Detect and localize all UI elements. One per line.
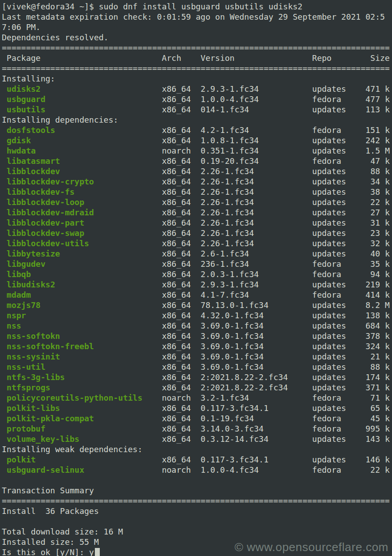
dependencies-resolved-line: Dependencies resolved. bbox=[2, 32, 392, 43]
row-indent bbox=[2, 177, 7, 186]
package-name: libqb bbox=[7, 269, 31, 279]
row-indent bbox=[2, 414, 7, 423]
package-row: nss-sysinit x86_64 3.69.0-1.fc34 updates… bbox=[2, 351, 392, 362]
terminal-output: [vivek@fedora34 ~]$ sudo dnf install usb… bbox=[2, 1, 392, 556]
package-details: x86_64 2.26-1.fc34 updates 22 k bbox=[84, 197, 390, 207]
package-name: polkit-libs bbox=[7, 403, 60, 413]
row-indent bbox=[2, 465, 7, 475]
package-details: x86_64 2.26-1.fc34 updates 88 k bbox=[60, 167, 390, 176]
package-details: x86_64 2.0.3-1.fc34 fedora 94 k bbox=[31, 269, 390, 279]
package-name: libblockdev-fs bbox=[7, 187, 75, 197]
package-details: noarch 0.351-1.fc34 updates 1.5 M bbox=[36, 146, 390, 155]
package-details: x86_64 2.9.3-1.fc34 updates 471 k bbox=[41, 84, 390, 94]
row-indent bbox=[2, 259, 7, 269]
package-details: x86_64 2:2021.8.22-2.fc34 updates 174 k bbox=[65, 372, 390, 382]
package-details: x86_64 2.26-1.fc34 updates 32 k bbox=[89, 239, 390, 248]
package-row: polkit x86_64 0.117-3.fc34.1 updates 146… bbox=[2, 454, 392, 465]
package-details: x86_64 78.13.0-1.fc34 updates 8.2 M bbox=[41, 300, 390, 310]
row-indent bbox=[2, 280, 7, 289]
package-row: libblockdev-crypto x86_64 2.26-1.fc34 up… bbox=[2, 176, 392, 187]
package-details: x86_64 0.3.12-14.fc34 updates 143 k bbox=[79, 434, 390, 444]
shell-prompt: [vivek@fedora34 ~]$ bbox=[2, 2, 99, 11]
package-details: x86_64 2.26-1.fc34 updates 34 k bbox=[94, 177, 390, 186]
package-name: nspr bbox=[7, 311, 26, 320]
package-name: libblockdev-swap bbox=[7, 228, 84, 238]
package-details: noarch 3.2-1.fc34 fedora 71 k bbox=[142, 393, 390, 402]
row-indent bbox=[2, 187, 7, 197]
package-name: usbguard-selinux bbox=[7, 465, 84, 475]
row-indent bbox=[2, 455, 7, 464]
watermark-text: © www.opensourceflare.com bbox=[234, 540, 388, 554]
row-indent bbox=[2, 84, 7, 94]
metadata-line-2: 7:06 PM. bbox=[2, 22, 392, 32]
package-name: polkit-pkla-compat bbox=[7, 414, 94, 423]
install-count-line: Install 36 Packages bbox=[2, 506, 392, 516]
package-name: protobuf bbox=[7, 424, 46, 433]
package-details: x86_64 4.32.0-1.fc34 updates 138 k bbox=[26, 311, 390, 320]
package-name: polkit bbox=[7, 455, 36, 464]
row-indent bbox=[2, 156, 7, 166]
package-row: volume_key-libs x86_64 0.3.12-14.fc34 up… bbox=[2, 434, 392, 444]
package-details: x86_64 0.117-3.fc34.1 updates 146 k bbox=[36, 455, 390, 464]
row-indent bbox=[2, 352, 7, 361]
row-indent bbox=[2, 342, 7, 351]
row-indent bbox=[2, 249, 7, 258]
package-row: dosfstools x86_64 4.2-1.fc34 fedora 151 … bbox=[2, 125, 392, 135]
package-row: policycoreutils-python-utils noarch 3.2-… bbox=[2, 393, 392, 403]
terminal-window[interactable]: [vivek@fedora34 ~]$ sudo dnf install usb… bbox=[0, 0, 392, 556]
package-row: nss x86_64 3.69.0-1.fc34 updates 684 k bbox=[2, 321, 392, 331]
package-row: libatasmart x86_64 0.19-20.fc34 fedora 4… bbox=[2, 156, 392, 166]
package-row: nspr x86_64 4.32.0-1.fc34 updates 138 k bbox=[2, 310, 392, 321]
package-details: x86_64 0.1-19.fc34 fedora 45 k bbox=[94, 414, 390, 423]
package-name: mozjs78 bbox=[7, 300, 41, 310]
package-row: protobuf x86_64 3.14.0-3.fc34 fedora 995… bbox=[2, 423, 392, 434]
package-row: nss-util x86_64 3.69.0-1.fc34 updates 88… bbox=[2, 362, 392, 372]
package-details: x86_64 3.69.0-1.fc34 updates 21 k bbox=[60, 352, 390, 361]
command-text: sudo dnf install usbguard usbutils udisk… bbox=[99, 2, 303, 11]
row-indent bbox=[2, 167, 7, 176]
package-name: libatasmart bbox=[7, 156, 60, 166]
package-row: nss-softokn x86_64 3.69.0-1.fc34 updates… bbox=[2, 331, 392, 341]
package-details: x86_64 2.26-1.fc34 updates 23 k bbox=[84, 228, 390, 238]
package-row: libblockdev-loop x86_64 2.26-1.fc34 upda… bbox=[2, 197, 392, 207]
confirm-prompt: Is this ok [y/N]: bbox=[2, 547, 89, 556]
package-row: usbguard x86_64 1.0.0-4.fc34 fedora 477 … bbox=[2, 94, 392, 104]
package-details: x86_64 3.14.0-3.fc34 fedora 995 k bbox=[46, 424, 390, 433]
package-name: libudisks2 bbox=[7, 280, 55, 289]
package-details: noarch 1.0.0-4.fc34 fedora 22 k bbox=[84, 465, 390, 475]
package-row: nss-softokn-freebl x86_64 3.69.0-1.fc34 … bbox=[2, 341, 392, 351]
row-indent bbox=[2, 311, 7, 320]
package-row: libblockdev-swap x86_64 2.26-1.fc34 upda… bbox=[2, 228, 392, 238]
package-name: libblockdev-loop bbox=[7, 197, 84, 207]
package-details: x86_64 236-1.fc34 fedora 35 k bbox=[46, 259, 390, 269]
package-row: polkit-pkla-compat x86_64 0.1-19.fc34 fe… bbox=[2, 413, 392, 423]
package-row: hwdata noarch 0.351-1.fc34 updates 1.5 M bbox=[2, 145, 392, 156]
package-row: libudisks2 x86_64 2.9.3-1.fc34 updates 2… bbox=[2, 279, 392, 290]
package-details: x86_64 2.9.3-1.fc34 updates 219 k bbox=[55, 280, 390, 289]
package-name: mdadm bbox=[7, 290, 31, 299]
package-details: x86_64 2.26-1.fc34 updates 31 k bbox=[84, 218, 390, 227]
package-name: libbytesize bbox=[7, 249, 60, 258]
package-row: polkit-libs x86_64 0.117-3.fc34.1 update… bbox=[2, 403, 392, 413]
package-row: libbytesize x86_64 2.6-1.fc34 updates 40… bbox=[2, 248, 392, 259]
package-table: Installing: udisks2 x86_64 2.9.3-1.fc34 … bbox=[2, 73, 392, 475]
package-name: ntfs-3g-libs bbox=[7, 372, 65, 382]
package-name: dosfstools bbox=[7, 125, 55, 135]
package-row: mdadm x86_64 4.1-7.fc34 fedora 414 k bbox=[2, 290, 392, 300]
package-name: libblockdev-mdraid bbox=[7, 208, 94, 217]
row-indent bbox=[2, 362, 7, 372]
blank-line bbox=[2, 516, 392, 526]
table-header-row: Package Arch Version Repo Size bbox=[2, 53, 392, 63]
text-cursor[interactable] bbox=[95, 548, 100, 556]
package-name: gdisk bbox=[7, 136, 31, 145]
confirm-answer: y bbox=[89, 547, 94, 556]
separator-line: ========================================… bbox=[2, 43, 392, 53]
package-details: x86_64 2.6-1.fc34 updates 40 k bbox=[60, 249, 390, 258]
package-details: x86_64 3.69.0-1.fc34 updates 378 k bbox=[60, 331, 390, 341]
package-name: nss-sysinit bbox=[7, 352, 60, 361]
package-row: gdisk x86_64 1.0.8-1.fc34 updates 242 k bbox=[2, 135, 392, 145]
package-details: x86_64 014-1.fc34 updates 113 k bbox=[46, 105, 390, 114]
package-details: x86_64 2.26-1.fc34 updates 27 k bbox=[94, 208, 390, 217]
package-row: mozjs78 x86_64 78.13.0-1.fc34 updates 8.… bbox=[2, 300, 392, 310]
package-row: libgudev x86_64 236-1.fc34 fedora 35 k bbox=[2, 259, 392, 269]
